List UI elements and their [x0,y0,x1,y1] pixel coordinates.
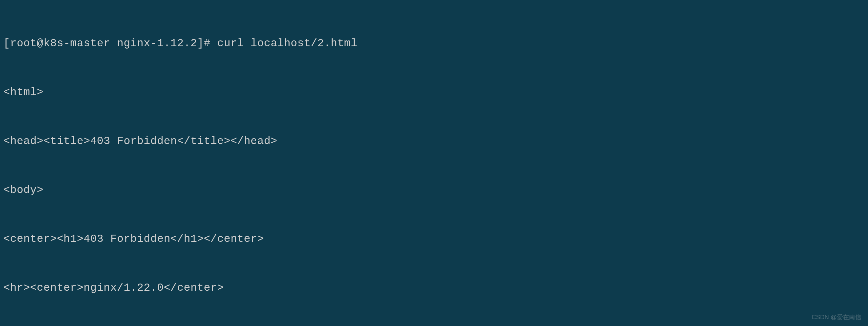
terminal-window[interactable]: [root@k8s-master nginx-1.12.2]# curl loc… [3,3,865,326]
terminal-line: <body> [3,182,865,198]
terminal-line: <html> [3,84,865,101]
terminal-line: <hr><center>nginx/1.22.0</center> [3,280,865,296]
terminal-line: <center><h1>403 Forbidden</h1></center> [3,231,865,247]
watermark-text: CSDN @爱在南信 [812,313,861,322]
terminal-line: <head><title>403 Forbidden</title></head… [3,133,865,149]
terminal-line: [root@k8s-master nginx-1.12.2]# curl loc… [3,35,865,52]
